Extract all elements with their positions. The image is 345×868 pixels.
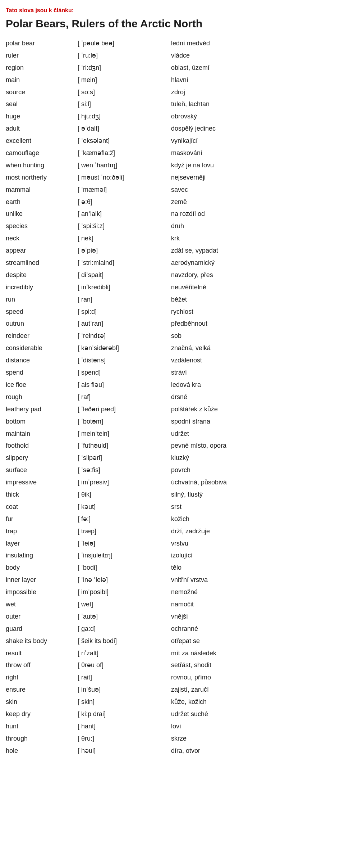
vocab-translation: běžet <box>171 294 339 306</box>
vocab-phonetic: [ meinˈtein] <box>78 428 171 440</box>
table-row: keep dry[ ki:p drai]udržet suché <box>6 708 339 720</box>
vocab-phonetic: [ ais fləu] <box>78 379 171 391</box>
table-row: speed[ spi:d]rychlost <box>6 306 339 318</box>
vocab-phonetic: [ mein] <box>78 74 171 86</box>
vocab-translation: srst <box>171 501 339 513</box>
page-header: Tato slova jsou k článku: Polar Bears, R… <box>6 7 339 30</box>
vocab-word: right <box>6 672 78 684</box>
vocab-translation: vzdálenost <box>171 354 339 367</box>
vocab-phonetic: [ kənˈsidərəbl] <box>78 342 171 354</box>
table-row: result[ riˈzalt]mít za následek <box>6 647 339 660</box>
table-row: maintain[ meinˈtein]udržet <box>6 428 339 440</box>
vocab-phonetic: [ ˈbotəm] <box>78 416 171 428</box>
vocab-word: thick <box>6 489 78 501</box>
vocab-phonetic: [ si:l] <box>78 98 171 110</box>
vocab-word: ruler <box>6 50 78 62</box>
vocab-word: impossible <box>6 586 78 598</box>
table-row: impressive[ imˈpresiv]úchvatná, působivá <box>6 476 339 489</box>
table-row: fur[ fə:]kožich <box>6 513 339 525</box>
vocab-translation: vnější <box>171 611 339 623</box>
vocab-word: streamlined <box>6 257 78 269</box>
vocab-phonetic: [ ˈbodi] <box>78 562 171 574</box>
vocab-word: considerable <box>6 342 78 354</box>
vocab-word: most northerly <box>6 172 78 184</box>
vocab-word: result <box>6 647 78 660</box>
vocab-word: foothold <box>6 440 78 452</box>
vocab-translation: neuvěřitelně <box>171 281 339 294</box>
vocab-phonetic: [ ˈmæməl] <box>78 184 171 196</box>
vocab-word: wet <box>6 598 78 611</box>
vocab-phonetic: [ skin] <box>78 696 171 708</box>
vocab-translation: oblast, území <box>171 62 339 74</box>
vocab-translation: maskování <box>171 147 339 159</box>
vocab-phonetic: [ fə:] <box>78 513 171 525</box>
vocab-phonetic: [ ˈleðəri pæd] <box>78 403 171 416</box>
vocab-translation: otřepat se <box>171 635 339 647</box>
table-row: shake its body[ šeik its bodi]otřepat se <box>6 635 339 647</box>
vocab-translation: zajistí, zaručí <box>171 684 339 696</box>
vocab-translation: druh <box>171 220 339 232</box>
vocab-phonetic: [ ˈreindɪə] <box>78 330 171 342</box>
vocab-translation: lední medvěd <box>171 37 339 50</box>
vocab-word: insulating <box>6 550 78 562</box>
vocab-word: appear <box>6 245 78 257</box>
vocab-phonetic: [ ˈinə ˈleiə] <box>78 574 171 586</box>
vocab-translation: vrstvu <box>171 538 339 550</box>
table-row: considerable[ kənˈsidərəbl]značná, velká <box>6 342 339 354</box>
table-row: outrun[ autˈran]předběhnout <box>6 318 339 330</box>
vocab-translation: kluzký <box>171 452 339 464</box>
table-row: hole[ həul]díra, otvor <box>6 745 339 757</box>
table-row: seal[ si:l]tuleň, lachtan <box>6 98 339 110</box>
vocab-translation: tělo <box>171 562 339 574</box>
vocab-translation: drží, zadržuje <box>171 525 339 538</box>
vocab-phonetic: [ əˈdalt] <box>78 123 171 135</box>
vocab-translation: úchvatná, působivá <box>171 476 339 489</box>
vocab-word: spend <box>6 367 78 379</box>
table-row: ice floe[ ais fləu]ledová kra <box>6 379 339 391</box>
vocab-word: surface <box>6 464 78 476</box>
vocab-translation: spodní strana <box>171 416 339 428</box>
vocab-phonetic: [ spend] <box>78 367 171 379</box>
vocab-phonetic: [ ˈkæməfla:ž] <box>78 147 171 159</box>
vocab-phonetic: [ wet] <box>78 598 171 611</box>
vocab-translation: na rozdíl od <box>171 208 339 220</box>
table-row: ensure[ inˈšuə]zajistí, zaručí <box>6 684 339 696</box>
vocab-word: earth <box>6 196 78 208</box>
vocab-phonetic: [ træp] <box>78 525 171 538</box>
vocab-translation: kožich <box>171 513 339 525</box>
vocab-phonetic: [ ˈdistəns] <box>78 354 171 367</box>
vocab-phonetic: [ ˈsə:fis] <box>78 464 171 476</box>
table-row: insulating[ ˈinsjuleitɪŋ]izolující <box>6 550 339 562</box>
vocab-translation: země <box>171 196 339 208</box>
table-row: hunt[ hant]loví <box>6 720 339 733</box>
vocab-word: ensure <box>6 684 78 696</box>
vocab-word: incredibly <box>6 281 78 294</box>
vocab-phonetic: [ šeik its bodi] <box>78 635 171 647</box>
article-title: Polar Bears, Rulers of the Arctic North <box>6 17 339 30</box>
table-row: inner layer[ ˈinə ˈleiə]vnitřní vrstva <box>6 574 339 586</box>
vocab-translation: povrch <box>171 464 339 476</box>
vocab-word: unlike <box>6 208 78 220</box>
vocab-phonetic: [ həul] <box>78 745 171 757</box>
vocab-word: speed <box>6 306 78 318</box>
vocab-word: huge <box>6 110 78 123</box>
vocab-phonetic: [ imˈpresiv] <box>78 476 171 489</box>
vocab-phonetic: [ ˈpəulə beə] <box>78 37 171 50</box>
vocab-translation: mít za následek <box>171 647 339 660</box>
vocab-phonetic: [ wen ˈhantɪŋ] <box>78 159 171 172</box>
vocab-word: region <box>6 62 78 74</box>
vocab-phonetic: [ hant] <box>78 720 171 733</box>
table-row: mammal[ ˈmæməl]savec <box>6 184 339 196</box>
table-row: polar bear[ ˈpəulə beə]lední medvěd <box>6 37 339 50</box>
vocab-word: excellent <box>6 135 78 147</box>
table-row: camouflage[ ˈkæməfla:ž]maskování <box>6 147 339 159</box>
vocab-word: rough <box>6 391 78 403</box>
vocab-phonetic: [ θik] <box>78 489 171 501</box>
table-row: despite[ diˈspait]navzdory, přes <box>6 269 339 281</box>
vocab-phonetic: [ ran] <box>78 294 171 306</box>
vocab-phonetic: [ ˈeksələnt] <box>78 135 171 147</box>
table-row: neck[ nek]krk <box>6 232 339 245</box>
vocab-word: keep dry <box>6 708 78 720</box>
vocab-word: despite <box>6 269 78 281</box>
table-row: right[ rait]rovnou, přímo <box>6 672 339 684</box>
